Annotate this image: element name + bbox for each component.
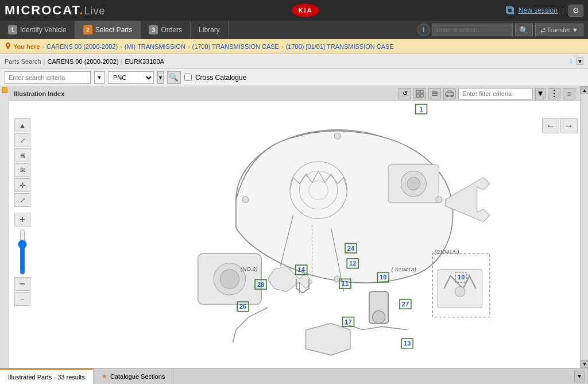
print-button[interactable]: 🖨 (14, 148, 30, 162)
tab-library[interactable]: Library (191, 21, 229, 39)
refresh-button[interactable]: ↺ (399, 88, 411, 99)
scroll-up-button[interactable]: ▲ (14, 118, 30, 132)
shortcut-search-button[interactable]: 🔍 (515, 24, 533, 36)
new-session-link[interactable]: New session (519, 6, 558, 14)
transfer-label: Transfer (547, 26, 571, 33)
svg-rect-8 (420, 94, 423, 97)
svg-text:13: 13 (404, 340, 411, 347)
illustration-index-label: Illustration Index (14, 90, 64, 97)
svg-rect-5 (416, 90, 419, 93)
bottom-tabs: Illustrated Parts - 33 results ★ Catalog… (0, 368, 588, 384)
fit-window-button[interactable]: ⤢ (14, 133, 30, 147)
location-icon (5, 43, 11, 51)
search-criteria-input[interactable] (5, 71, 91, 84)
svg-text:(-010413): (-010413) (392, 266, 416, 272)
parts-search-sep2: | (121, 58, 123, 65)
search-criteria-dropdown[interactable]: ▼ (94, 71, 105, 84)
svg-text:KIA: KIA (299, 7, 313, 14)
tab-select-parts[interactable]: 2 Select Parts (75, 21, 141, 39)
main-flex: Illustration Index ↺ ▼ ⋮ ≡ (0, 86, 588, 368)
app-logo: MICROCAT.Live (5, 3, 106, 18)
illustration-canvas: ▲ ⤢ 🖨 ✉ ✛ ⤢ + − − ← → (9, 101, 580, 368)
svg-rect-6 (420, 90, 423, 93)
svg-text:26: 26 (239, 303, 246, 310)
filter-criteria-input[interactable] (458, 88, 533, 99)
parts-info-button[interactable]: i (570, 58, 572, 65)
svg-point-22 (242, 197, 249, 203)
crosshair-button[interactable]: ✛ (14, 178, 30, 192)
filter-criteria-dropdown[interactable]: ▼ (535, 88, 546, 99)
illustration-options-button[interactable]: ⋮ (548, 88, 560, 99)
svg-point-4 (7, 44, 9, 45)
pnc-select[interactable]: PNC (108, 71, 154, 84)
illustration-menu-button[interactable]: ≡ (563, 88, 575, 99)
search-icon: 🔍 (169, 73, 179, 82)
content-body: Illustration Index ↺ ▼ ⋮ ≡ (0, 86, 588, 384)
sep4: › (281, 43, 284, 50)
zoom-minus-small-button[interactable]: − (14, 292, 30, 306)
kia-logo: KIA (291, 2, 320, 18)
breadcrumb: You here › CARENS 00 (2000-2002) › (MI) … (0, 39, 588, 54)
svg-point-36 (455, 287, 465, 297)
breadcrumb-carens[interactable]: CARENS 00 (2000-2002) (47, 43, 118, 50)
transfer-dropdown-icon: ▼ (572, 26, 578, 33)
svg-text:24: 24 (347, 245, 355, 252)
scroll-up-btn[interactable]: ▲ (581, 86, 588, 94)
logo-live: Live (84, 5, 106, 17)
pnc-dropdown-btn[interactable]: ▼ (157, 71, 164, 84)
cross-catalogue-checkbox[interactable] (184, 74, 192, 81)
tab-orders[interactable]: 3 Orders (141, 21, 191, 39)
breadcrumb-transmission[interactable]: (MI) TRANSMISSION (125, 43, 185, 50)
bottom-tab-right: ▼ (574, 368, 588, 384)
new-session-icon (506, 6, 514, 14)
bottom-dropdown-button[interactable]: ▼ (574, 371, 585, 382)
tab3-number: 3 (149, 25, 158, 34)
filter-search-button[interactable]: 🔍 (167, 71, 181, 84)
svg-point-23 (436, 197, 442, 203)
sep2: › (120, 43, 122, 50)
transfer-button[interactable]: ⇄ Transfer ▼ (535, 24, 583, 36)
tab-illustrated-parts[interactable]: Illustrated Parts - 33 results (0, 368, 94, 384)
parts-search-label: Parts Search (5, 58, 41, 65)
transfer-icon: ⇄ (540, 26, 546, 33)
parts-options-button[interactable]: ▼ (577, 57, 583, 65)
you-here-label: You here (5, 43, 40, 51)
scroll-track[interactable] (581, 94, 588, 360)
topbar: MICROCAT.Live KIA New session | ⚙ (0, 0, 588, 21)
fullscreen-button[interactable]: ⤢ (14, 193, 30, 207)
svg-text:28: 28 (257, 281, 264, 288)
tab4-label: Library (199, 26, 220, 34)
shortcut-input[interactable] (432, 24, 513, 36)
grid-view-button[interactable] (413, 88, 426, 99)
svg-text:14: 14 (298, 266, 305, 273)
tab-identify-vehicle[interactable]: 1 Identify Vehicle (0, 21, 75, 39)
parts-illustration: 1 24 12 14 11 (38, 101, 580, 368)
info-button[interactable]: i (417, 24, 430, 36)
svg-point-33 (372, 311, 385, 324)
svg-text:1: 1 (419, 106, 423, 113)
tab2-number: 2 (83, 25, 92, 34)
svg-text:10: 10 (380, 274, 386, 281)
svg-text:12: 12 (349, 260, 356, 267)
car-icon (445, 90, 454, 97)
svg-point-21 (407, 178, 420, 190)
left-toolbar (0, 86, 9, 368)
breadcrumb-trans-case[interactable]: (1700) TRANSMISSION CASE (192, 43, 279, 50)
zoom-plus-button[interactable]: + (14, 213, 30, 226)
svg-text:10: 10 (458, 274, 465, 281)
tab-catalogue-sections[interactable]: ★ Catalogue Sections (94, 368, 173, 384)
zoom-slider-container (17, 229, 28, 275)
transmission-body (198, 130, 490, 355)
breadcrumb-trans-case-detail[interactable]: (1700) [01/01] TRANSMISSION CASE (286, 43, 394, 50)
zoom-minus-button[interactable]: − (14, 277, 30, 291)
svg-text:(NO.2): (NO.2) (241, 266, 258, 272)
email-button[interactable]: ✉ (14, 163, 30, 177)
catalogue-star-icon: ★ (102, 373, 107, 380)
svg-text:27: 27 (402, 301, 409, 308)
scroll-down-btn[interactable]: ▼ (581, 360, 588, 368)
car-view-button[interactable] (443, 88, 456, 99)
list-view-button[interactable] (428, 88, 441, 99)
settings-button[interactable]: ⚙ (568, 5, 583, 17)
grid-icon (416, 90, 424, 98)
zoom-slider[interactable] (17, 229, 28, 275)
